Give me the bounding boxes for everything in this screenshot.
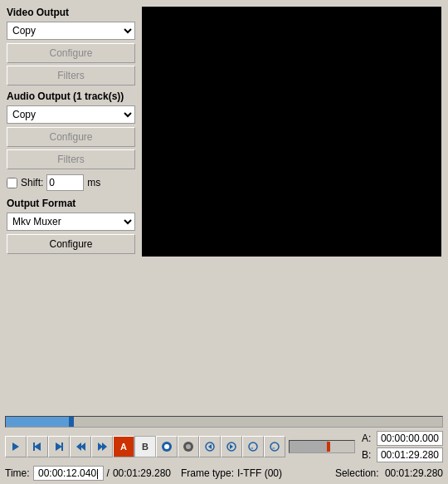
muxer-select[interactable]: Mkv Muxer Mp4 Muxer Avi Muxer bbox=[7, 213, 135, 231]
timeline-area bbox=[5, 416, 443, 428]
svg-point-10 bbox=[164, 444, 169, 449]
svg-rect-2 bbox=[33, 442, 35, 451]
audio-filters-button[interactable]: Filters bbox=[7, 149, 135, 169]
selection-label: Selection: 00:01:29.280 bbox=[335, 467, 443, 479]
svg-rect-4 bbox=[61, 442, 63, 451]
time-label: Time: bbox=[5, 467, 30, 479]
volume-bar bbox=[290, 441, 329, 452]
timeline-track[interactable] bbox=[5, 416, 443, 428]
cursor-indicator bbox=[97, 469, 98, 479]
next-key-button[interactable] bbox=[91, 436, 113, 457]
volume-track[interactable] bbox=[289, 440, 355, 453]
a-label: A: bbox=[362, 433, 373, 444]
rewind-button[interactable] bbox=[199, 436, 221, 457]
fast-forward-button[interactable] bbox=[221, 436, 242, 457]
next-button[interactable] bbox=[48, 436, 70, 457]
audio-output-label: Audio Output (1 track(s)) bbox=[7, 90, 135, 102]
frame-type-label: Frame type: bbox=[181, 467, 234, 479]
audio-codec-select[interactable]: Copy AAC MP3 AC3 bbox=[7, 105, 135, 124]
video-preview bbox=[142, 7, 441, 257]
time-separator: / bbox=[107, 467, 110, 479]
play-button[interactable] bbox=[5, 436, 27, 457]
shift-unit: ms bbox=[87, 177, 100, 188]
output-configure-button[interactable]: Configure bbox=[7, 234, 135, 254]
video-output-section: Video Output Copy H.264 H.265 MPEG-4 Con… bbox=[7, 7, 135, 86]
mark-b-button[interactable]: B bbox=[134, 436, 156, 457]
shift-label: Shift: bbox=[21, 177, 43, 188]
prev-button[interactable] bbox=[27, 436, 48, 457]
svg-marker-8 bbox=[102, 442, 107, 451]
frame-type-value: I-TFF (00) bbox=[237, 467, 282, 479]
timeline-thumb bbox=[69, 417, 74, 427]
mark-a-button[interactable]: A bbox=[113, 436, 134, 457]
output-format-section: Output Format Mkv Muxer Mp4 Muxer Avi Mu… bbox=[7, 198, 135, 254]
display-button[interactable] bbox=[156, 436, 178, 457]
volume-button[interactable] bbox=[178, 436, 199, 457]
audio-configure-button[interactable]: Configure bbox=[7, 127, 135, 147]
svg-point-12 bbox=[186, 444, 191, 449]
timeline-filled bbox=[6, 417, 71, 427]
b-label: B: bbox=[362, 449, 373, 461]
video-output-label: Video Output bbox=[7, 7, 135, 18]
prev-key-button[interactable] bbox=[70, 436, 91, 457]
ab-times: A: 00:00:00.000 B: 00:01:29.280 bbox=[362, 431, 443, 462]
shift-row: Shift: ms bbox=[7, 174, 135, 191]
video-filters-button[interactable]: Filters bbox=[7, 66, 135, 86]
shift-input[interactable] bbox=[46, 174, 84, 191]
volume-thumb bbox=[327, 442, 330, 452]
audio-output-section: Audio Output (1 track(s)) Copy AAC MP3 A… bbox=[7, 90, 135, 169]
svg-marker-1 bbox=[34, 442, 41, 451]
svg-text:«: « bbox=[251, 445, 254, 450]
video-configure-button[interactable]: Configure bbox=[7, 43, 135, 63]
output-format-label: Output Format bbox=[7, 198, 135, 209]
a-value: 00:00:00.000 bbox=[377, 431, 443, 446]
svg-text:»: » bbox=[272, 445, 275, 450]
current-time[interactable]: 00:00:12.040 bbox=[33, 466, 104, 481]
bottom-bar: Time: 00:00:12.040 / 00:01:29.280 Frame … bbox=[5, 466, 443, 481]
middle-spacer bbox=[0, 260, 448, 416]
total-time: 00:01:29.280 bbox=[113, 467, 171, 479]
b-value: 00:01:29.280 bbox=[377, 447, 443, 462]
svg-marker-16 bbox=[230, 444, 233, 449]
video-codec-select[interactable]: Copy H.264 H.265 MPEG-4 bbox=[7, 22, 135, 40]
shift-checkbox[interactable] bbox=[7, 178, 17, 188]
slow-back-button[interactable]: « bbox=[242, 436, 264, 457]
slow-fwd-button[interactable]: » bbox=[264, 436, 285, 457]
svg-marker-3 bbox=[56, 442, 62, 451]
svg-marker-14 bbox=[208, 444, 212, 449]
svg-marker-0 bbox=[12, 442, 19, 451]
transport-controls: A B bbox=[5, 436, 358, 457]
